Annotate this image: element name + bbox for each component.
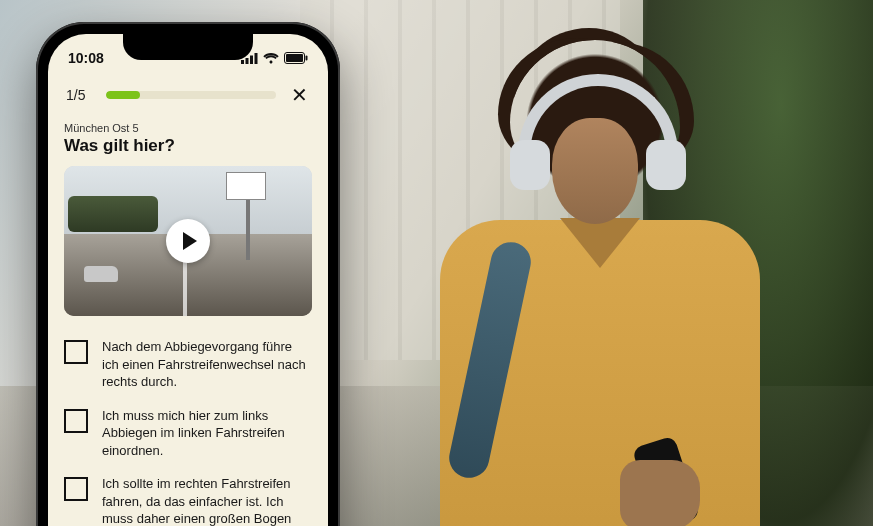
- svg-rect-0: [241, 60, 244, 64]
- question-video[interactable]: [64, 166, 312, 316]
- status-time: 10:08: [68, 50, 104, 66]
- answer-text: Nach dem Abbiegevorgang führe ich einen …: [102, 338, 312, 391]
- quiz-content: München Ost 5 Was gilt hier? Nach dem Ab…: [48, 122, 328, 526]
- progress-counter: 1/5: [66, 87, 94, 103]
- play-button[interactable]: [166, 219, 210, 263]
- question-title: Was gilt hier?: [64, 136, 312, 156]
- close-icon: ✕: [291, 83, 308, 107]
- answer-option[interactable]: Ich sollte im rechten Fahrstreifen fahre…: [64, 475, 312, 526]
- answer-option[interactable]: Nach dem Abbiegevorgang führe ich einen …: [64, 338, 312, 391]
- lesson-label: München Ost 5: [64, 122, 312, 134]
- traffic-sign-icon: [226, 172, 266, 200]
- svg-rect-1: [246, 58, 249, 64]
- quiz-header: 1/5 ✕: [48, 78, 328, 106]
- svg-rect-3: [255, 53, 258, 64]
- person-face: [552, 118, 638, 224]
- wifi-icon: [263, 53, 279, 64]
- car-icon: [84, 266, 118, 282]
- progress-bar: [106, 91, 276, 99]
- answer-list: Nach dem Abbiegevorgang führe ich einen …: [64, 338, 312, 526]
- answer-option[interactable]: Ich muss mich hier zum links Abbiegen im…: [64, 407, 312, 460]
- phone-screen: 10:08 1/5 ✕ München Ost 5 Was gilt hier?: [48, 34, 328, 526]
- phone-frame: 10:08 1/5 ✕ München Ost 5 Was gilt hier?: [36, 22, 340, 526]
- checkbox[interactable]: [64, 409, 88, 433]
- battery-icon: [284, 52, 308, 64]
- play-icon: [183, 232, 197, 250]
- progress-fill: [106, 91, 140, 99]
- person-figure: [430, 40, 770, 526]
- checkbox[interactable]: [64, 477, 88, 501]
- answer-text: Ich sollte im rechten Fahrstreifen fahre…: [102, 475, 312, 526]
- hand-holding-phone: [600, 440, 720, 526]
- svg-rect-5: [286, 54, 303, 62]
- close-button[interactable]: ✕: [288, 84, 310, 106]
- checkbox[interactable]: [64, 340, 88, 364]
- phone-notch: [123, 34, 253, 60]
- svg-rect-6: [306, 56, 308, 61]
- answer-text: Ich muss mich hier zum links Abbiegen im…: [102, 407, 312, 460]
- svg-rect-2: [250, 55, 253, 64]
